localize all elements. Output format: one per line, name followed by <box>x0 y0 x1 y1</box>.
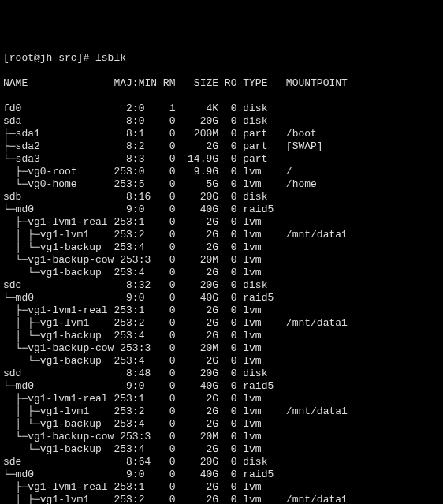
lsblk-row: └─md0 9:0 0 40G 0 raid5 <box>3 380 440 393</box>
lsblk-row: ├─sda2 8:2 0 2G 0 part [SWAP] <box>3 140 440 153</box>
lsblk-row: └─sda3 8:3 0 14.9G 0 part <box>3 153 440 166</box>
lsblk-header: NAME MAJ:MIN RM SIZE RO TYPE MOUNTPOINT <box>3 77 440 90</box>
lsblk-row: ├─vg1-lvm1-real 253:1 0 2G 0 lvm <box>3 481 440 494</box>
lsblk-row: │ └─vg1-backup 253:4 0 2G 0 lvm <box>3 241 440 254</box>
lsblk-row: sdc 8:32 0 20G 0 disk <box>3 279 440 292</box>
lsblk-row: └─vg1-backup-cow 253:3 0 20M 0 lvm <box>3 254 440 267</box>
lsblk-row: │ ├─vg1-lvm1 253:2 0 2G 0 lvm /mnt/data1 <box>3 229 440 241</box>
lsblk-output: fd0 2:0 1 4K 0 disksda 8:0 0 20G 0 disk├… <box>3 103 440 504</box>
lsblk-row: sde 8:64 0 20G 0 disk <box>3 456 440 469</box>
lsblk-row: └─md0 9:0 0 40G 0 raid5 <box>3 292 440 304</box>
lsblk-row: │ ├─vg1-lvm1 253:2 0 2G 0 lvm /mnt/data1 <box>3 405 440 418</box>
lsblk-row: sdd 8:48 0 20G 0 disk <box>3 368 440 380</box>
lsblk-row: │ └─vg1-backup 253:4 0 2G 0 lvm <box>3 418 440 431</box>
lsblk-row: └─vg1-backup-cow 253:3 0 20M 0 lvm <box>3 431 440 443</box>
lsblk-row: │ ├─vg1-lvm1 253:2 0 2G 0 lvm /mnt/data1 <box>3 317 440 330</box>
lsblk-row: sda 8:0 0 20G 0 disk <box>3 115 440 128</box>
lsblk-row: ├─vg1-lvm1-real 253:1 0 2G 0 lvm <box>3 393 440 405</box>
lsblk-row: └─vg1-backup 253:4 0 2G 0 lvm <box>3 443 440 456</box>
lsblk-row: └─md0 9:0 0 40G 0 raid5 <box>3 469 440 481</box>
lsblk-row: └─vg1-backup-cow 253:3 0 20M 0 lvm <box>3 342 440 355</box>
lsblk-row: ├─vg1-lvm1-real 253:1 0 2G 0 lvm <box>3 304 440 317</box>
lsblk-row: │ └─vg1-backup 253:4 0 2G 0 lvm <box>3 330 440 342</box>
lsblk-row: ├─vg0-root 253:0 0 9.9G 0 lvm / <box>3 166 440 178</box>
lsblk-row: └─vg1-backup 253:4 0 2G 0 lvm <box>3 355 440 368</box>
lsblk-row: sdb 8:16 0 20G 0 disk <box>3 191 440 203</box>
lsblk-row: ├─vg1-lvm1-real 253:1 0 2G 0 lvm <box>3 216 440 229</box>
lsblk-row: └─vg1-backup 253:4 0 2G 0 lvm <box>3 267 440 279</box>
lsblk-row: └─md0 9:0 0 40G 0 raid5 <box>3 203 440 216</box>
prompt-line-1: [root@jh src]# lsblk <box>3 52 440 65</box>
lsblk-row: └─vg0-home 253:5 0 5G 0 lvm /home <box>3 178 440 191</box>
lsblk-row: ├─sda1 8:1 0 200M 0 part /boot <box>3 128 440 140</box>
lsblk-row: fd0 2:0 1 4K 0 disk <box>3 103 440 115</box>
lsblk-row: │ ├─vg1-lvm1 253:2 0 2G 0 lvm /mnt/data1 <box>3 494 440 504</box>
